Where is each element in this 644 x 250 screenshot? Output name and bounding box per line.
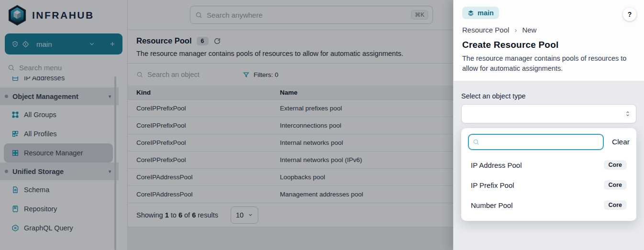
- chevron-up-down-icon: [624, 110, 631, 117]
- breadcrumb: Resource Pool › New: [462, 26, 635, 34]
- object-type-dropdown: Clear IP Address PoolCoreIP Prefix PoolC…: [461, 128, 636, 221]
- core-badge: Core: [604, 200, 627, 210]
- core-badge: Core: [604, 180, 627, 190]
- object-type-select[interactable]: [461, 104, 636, 123]
- dropdown-search: [468, 134, 604, 150]
- help-button[interactable]: ?: [623, 8, 636, 21]
- option-label: IP Address Pool: [471, 161, 522, 169]
- dropdown-search-input[interactable]: [468, 134, 604, 150]
- chevron-right-icon: ›: [514, 26, 517, 34]
- breadcrumb-new: New: [522, 26, 536, 34]
- drawer-header: main ? Resource Pool › New Create Resour…: [454, 0, 644, 81]
- option-label: IP Prefix Pool: [471, 181, 514, 189]
- dropdown-options: IP Address PoolCoreIP Prefix PoolCoreNum…: [468, 155, 630, 215]
- core-badge: Core: [604, 160, 627, 170]
- layers-icon: [467, 10, 474, 16]
- drawer-title: Create Resource Pool: [462, 40, 635, 50]
- breadcrumb-resource-pool[interactable]: Resource Pool: [462, 26, 509, 34]
- option-ip-prefix-pool[interactable]: IP Prefix PoolCore: [468, 175, 630, 195]
- drawer-description: The resource manager contains pools of r…: [462, 54, 635, 73]
- branch-badge-label: main: [477, 9, 494, 17]
- search-icon: [473, 139, 479, 145]
- option-ip-address-pool[interactable]: IP Address PoolCore: [468, 155, 630, 175]
- create-drawer: main ? Resource Pool › New Create Resour…: [453, 0, 644, 250]
- object-type-label: Select an object type: [461, 92, 636, 100]
- option-number-pool[interactable]: Number PoolCore: [468, 195, 630, 215]
- option-label: Number Pool: [471, 201, 513, 209]
- drawer-body: Select an object type Clear IP Address P…: [454, 81, 644, 250]
- clear-button[interactable]: Clear: [612, 138, 630, 146]
- branch-badge[interactable]: main: [462, 7, 499, 19]
